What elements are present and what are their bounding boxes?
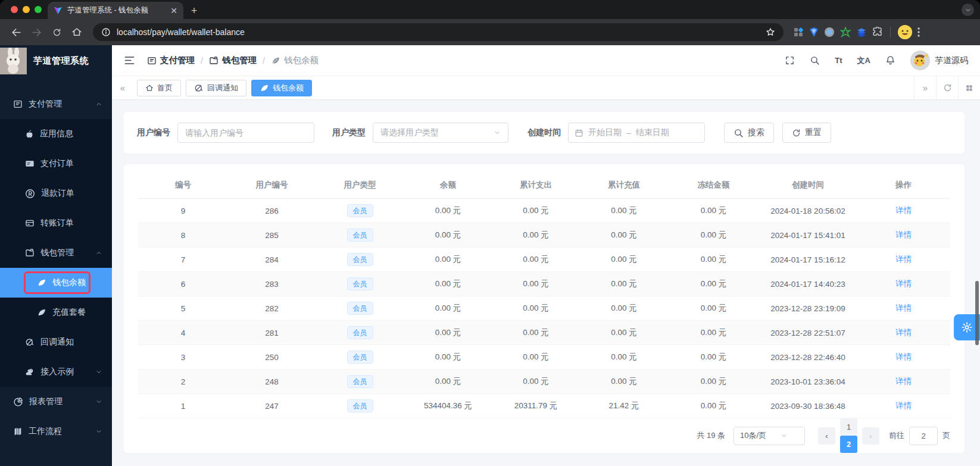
notice-icon	[25, 337, 35, 347]
table-row: 9286会员0.00 元0.00 元0.00 元0.00 元2024-01-18…	[138, 199, 950, 223]
font-size-icon[interactable]: Tt	[835, 56, 842, 65]
sidebar-item-工作流程[interactable]: 工作流程	[0, 417, 112, 446]
fullscreen-icon[interactable]	[785, 55, 795, 65]
window-close-button[interactable]	[11, 6, 18, 13]
scrollbar-thumb[interactable]	[975, 281, 979, 345]
browser-menu-kebab-icon[interactable]	[917, 27, 920, 37]
sidebar-item-label: 工作流程	[29, 426, 62, 437]
sidebar-item-接入示例[interactable]: 接入示例	[0, 357, 112, 387]
sidebar-item-转账订单[interactable]: 转账订单	[0, 208, 112, 238]
pie-icon	[13, 397, 23, 407]
search-button[interactable]: 搜索	[724, 123, 774, 143]
user-no-input[interactable]	[177, 123, 314, 143]
page-button-2[interactable]: 2	[840, 436, 857, 453]
user-type-badge: 会员	[347, 302, 373, 315]
user-type-badge: 会员	[347, 351, 373, 364]
forward-button[interactable]	[27, 23, 45, 41]
breadcrumb-item-钱包余额[interactable]: 钱包余额	[271, 55, 319, 66]
tab-close-icon[interactable]: ✕	[170, 7, 177, 15]
sidebar-item-回调通知[interactable]: 回调通知	[0, 327, 112, 357]
detail-link[interactable]: 详情	[895, 304, 912, 312]
address-bar[interactable]: localhost/pay/wallet/wallet-balance	[93, 23, 784, 41]
detail-link[interactable]: 详情	[895, 279, 912, 288]
diamond-extension-icon[interactable]	[809, 27, 819, 37]
sidebar-item-支付管理[interactable]: 支付管理	[0, 89, 112, 119]
cell-total-expense: 0.00 元	[492, 327, 580, 338]
extensions-puzzle-icon[interactable]	[872, 27, 883, 37]
tab-回调通知[interactable]: 回调通知	[186, 80, 246, 96]
cell-balance: 0.00 元	[404, 254, 492, 265]
cell-create-time: 2023-12-28 23:19:09	[759, 304, 857, 313]
translate-icon[interactable]: 文A	[857, 55, 870, 66]
scroll-tabs-right-icon[interactable]: »	[914, 76, 936, 99]
cell-user-no: 281	[228, 329, 316, 337]
bookmark-star-icon[interactable]	[766, 27, 775, 37]
detail-link[interactable]: 详情	[895, 352, 912, 361]
sidebar-collapse-button[interactable]	[124, 55, 135, 66]
tab-钱包余额[interactable]: 钱包余额	[251, 80, 312, 96]
profile-avatar[interactable]	[898, 25, 912, 39]
chevron-down-icon	[494, 129, 501, 136]
breadcrumb-separator: /	[263, 56, 265, 65]
layers-extension-icon[interactable]	[856, 27, 867, 37]
grid-extension-icon[interactable]	[793, 27, 804, 37]
cell-user-type: 会员	[316, 302, 404, 315]
date-range-picker[interactable]: 开始日期 – 结束日期	[568, 123, 705, 143]
detail-link[interactable]: 详情	[895, 255, 912, 264]
window-zoom-button[interactable]	[35, 6, 42, 13]
browser-tab[interactable]: 芋道管理系统 - 钱包余额 ✕	[48, 2, 183, 19]
breadcrumb-separator: /	[201, 56, 203, 65]
sidebar-item-钱包余额[interactable]: 钱包余额	[0, 268, 112, 298]
layout-grid-icon[interactable]	[958, 76, 980, 99]
site-info-icon[interactable]	[101, 27, 111, 37]
new-tab-button[interactable]: +	[186, 2, 202, 19]
detail-link[interactable]: 详情	[895, 377, 912, 386]
sidebar-item-报表管理[interactable]: 报表管理	[0, 387, 112, 417]
cell-id: 2	[138, 377, 228, 386]
green-star-extension-icon[interactable]	[840, 27, 851, 37]
cell-user-no: 250	[228, 353, 316, 362]
tab-首页[interactable]: 首页	[137, 80, 181, 96]
cell-user-type: 会员	[316, 351, 404, 364]
cell-user-no: 283	[228, 280, 316, 289]
cell-id: 3	[138, 353, 228, 362]
user-menu[interactable]: 芋道源码	[910, 51, 968, 70]
sidebar-item-应用信息[interactable]: 应用信息	[0, 119, 112, 149]
window-minimize-button[interactable]	[23, 6, 30, 13]
sidebar-item-支付订单[interactable]: 支付订单	[0, 149, 112, 179]
cell-balance: 0.00 元	[404, 279, 492, 289]
page-size-select[interactable]: 10条/页	[734, 427, 805, 445]
page-button-1[interactable]: 1	[840, 418, 857, 436]
breadcrumb-item-支付管理[interactable]: 支付管理	[147, 55, 195, 66]
circle-extension-icon[interactable]	[824, 27, 835, 37]
breadcrumb-item-钱包管理[interactable]: 钱包管理	[209, 55, 257, 66]
reset-button[interactable]: 重置	[782, 123, 831, 143]
cell-total-expense: 0.00 元	[492, 303, 580, 314]
home-button[interactable]	[68, 23, 86, 41]
notification-bell-icon[interactable]	[885, 55, 895, 65]
tab-search-button[interactable]	[962, 4, 974, 16]
detail-link[interactable]: 详情	[895, 206, 912, 215]
back-button[interactable]	[7, 23, 25, 41]
column-header-累计支出: 累计支出	[492, 180, 580, 190]
reload-button[interactable]	[48, 23, 65, 41]
detail-link[interactable]: 详情	[895, 230, 912, 239]
detail-link[interactable]: 详情	[895, 401, 912, 410]
sidebar-item-钱包管理[interactable]: 钱包管理	[0, 238, 112, 268]
leaf-icon	[37, 308, 46, 317]
cell-total-expense: 0.00 元	[492, 352, 580, 362]
user-type-select[interactable]: 请选择用户类型	[373, 123, 508, 143]
sidebar-item-退款订单[interactable]: 退款订单	[0, 179, 112, 208]
cell-action: 详情	[857, 279, 950, 289]
sidebar-item-label: 应用信息	[40, 129, 73, 139]
next-page-button[interactable]: ›	[862, 427, 879, 445]
user-type-badge: 会员	[347, 375, 373, 388]
prev-page-button[interactable]: ‹	[818, 427, 835, 445]
search-icon[interactable]	[810, 55, 820, 65]
cell-total-recharge: 0.00 元	[580, 376, 668, 387]
goto-page-input[interactable]	[909, 427, 938, 445]
sidebar-item-充值套餐[interactable]: 充值套餐	[0, 298, 112, 327]
scroll-tabs-left-icon[interactable]: «	[112, 76, 133, 99]
detail-link[interactable]: 详情	[895, 328, 912, 337]
refresh-page-icon[interactable]	[936, 76, 958, 99]
